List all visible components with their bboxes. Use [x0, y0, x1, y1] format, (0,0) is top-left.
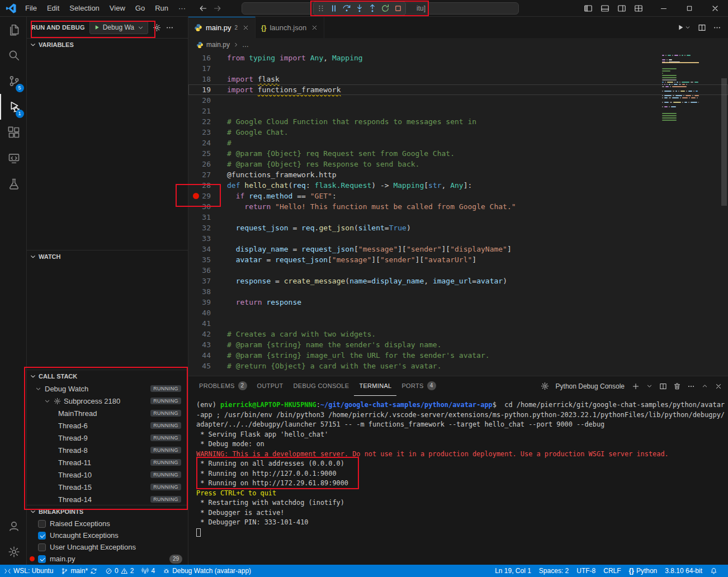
run-python-file-button[interactable] [677, 23, 691, 31]
checkbox[interactable] [38, 532, 46, 540]
gutter[interactable]: 44 [188, 350, 223, 361]
code-line-43[interactable]: 43# @param {string} name the sender's di… [188, 339, 728, 350]
new-terminal-icon[interactable] [632, 382, 640, 390]
gutter[interactable]: 28 [188, 180, 223, 191]
gutter[interactable]: 26 [188, 159, 223, 169]
code-line-34[interactable]: 34 display_name = request_json["message"… [188, 244, 728, 254]
close-panel-icon[interactable] [715, 382, 722, 390]
breakpoint-item-uncaught-exceptions[interactable]: Uncaught Exceptions [27, 529, 188, 541]
gutter[interactable]: 41 [188, 318, 223, 329]
activity-remote-explorer[interactable] [0, 145, 27, 171]
code-line-37[interactable]: 37 response = create_message(name=displa… [188, 276, 728, 286]
gutter[interactable]: 22 [188, 116, 223, 127]
code-line-26[interactable]: 26# @param {Object} res Response to send… [188, 159, 728, 169]
code-line-33[interactable]: 33 [188, 233, 728, 244]
variables-header[interactable]: VARIABLES [27, 39, 188, 51]
code-line-41[interactable]: 41 [188, 318, 728, 329]
python-interpreter[interactable]: 3.8.10 64-bit [661, 565, 706, 577]
callstack-item-thread-6[interactable]: Thread-6RUNNING [27, 419, 188, 432]
close-icon[interactable] [311, 24, 318, 31]
gutter[interactable]: 25 [188, 148, 223, 159]
nav-back-icon[interactable] [198, 4, 207, 13]
gutter[interactable]: 24 [188, 138, 223, 148]
code-line-21[interactable]: 21 [188, 106, 728, 116]
gutter[interactable]: 36 [188, 265, 223, 276]
activity-source-control[interactable]: 5 [0, 68, 27, 94]
window-minimize-button[interactable] [651, 0, 677, 17]
checkbox[interactable] [38, 555, 46, 563]
callstack-item-thread-11[interactable]: Thread-11RUNNING [27, 456, 188, 469]
toggle-sidebar-icon[interactable] [584, 4, 593, 13]
code-line-25[interactable]: 25# @param {Object} req Request sent fro… [188, 148, 728, 159]
toggle-panel-icon[interactable] [601, 4, 609, 13]
panel-tab-output[interactable]: OUTPUT [252, 376, 289, 396]
window-maximize-button[interactable] [677, 0, 702, 17]
stop-icon[interactable] [394, 4, 403, 13]
gutter[interactable]: 43 [188, 339, 223, 350]
menu-[interactable]: ··· [173, 2, 191, 15]
kill-terminal-icon[interactable] [673, 382, 681, 390]
window-close-button[interactable] [702, 0, 728, 17]
code-line-27[interactable]: 27@functions_framework.http [188, 169, 728, 180]
activity-settings[interactable] [0, 539, 27, 565]
breakpoint-dot[interactable] [193, 193, 199, 199]
gutter[interactable]: 31 [188, 212, 223, 223]
gutter[interactable]: 37 [188, 276, 223, 286]
terminal-name[interactable]: Python Debug Console [556, 382, 625, 390]
split-terminal-icon[interactable] [659, 382, 667, 390]
activity-search[interactable] [0, 42, 27, 68]
customize-layout-icon[interactable] [634, 4, 643, 13]
code-line-39[interactable]: 39 return response [188, 297, 728, 308]
breadcrumb[interactable]: main.py … [188, 38, 728, 51]
code-line-40[interactable]: 40 [188, 308, 728, 318]
tab-main-py[interactable]: main.py2 [188, 17, 256, 38]
checkbox[interactable] [38, 543, 46, 551]
activity-explorer[interactable] [0, 17, 27, 42]
code-line-20[interactable]: 20 [188, 95, 728, 106]
more-actions-icon[interactable] [713, 23, 721, 32]
debug-session-status[interactable]: Debug Watch (avatar-app) [159, 565, 255, 577]
gutter[interactable]: 42 [188, 329, 223, 339]
activity-extensions[interactable] [0, 120, 27, 145]
breadcrumb-symbol[interactable]: … [242, 41, 249, 49]
callstack-item-mainthread[interactable]: MainThreadRUNNING [27, 407, 188, 419]
gutter[interactable]: 23 [188, 127, 223, 138]
restart-icon[interactable] [381, 4, 390, 13]
gutter[interactable]: 33 [188, 233, 223, 244]
gutter[interactable]: 35 [188, 254, 223, 265]
problems-status[interactable]: 02 [101, 565, 138, 577]
code-line-42[interactable]: 42# Creates a card with two widgets. [188, 329, 728, 339]
panel-tab-problems[interactable]: PROBLEMS2 [194, 376, 252, 396]
gutter[interactable]: 29 [188, 191, 223, 201]
gutter[interactable]: 34 [188, 244, 223, 254]
code-line-22[interactable]: 22# Google Cloud Function that responds … [188, 116, 728, 127]
gutter[interactable]: 21 [188, 106, 223, 116]
breakpoint-item-raised-exceptions[interactable]: Raised Exceptions [27, 518, 188, 529]
callstack-item-thread-14[interactable]: Thread-14RUNNING [27, 493, 188, 505]
panel-tab-debug-console[interactable]: DEBUG CONSOLE [289, 376, 354, 396]
breakpoint-item-main-py[interactable]: main.py29 [27, 553, 188, 565]
code-line-23[interactable]: 23# Google Chat. [188, 127, 728, 138]
code-line-30[interactable]: 30 return "Hello! This function must be … [188, 201, 728, 212]
gutter[interactable]: 39 [188, 297, 223, 308]
menu-selection[interactable]: Selection [64, 2, 104, 15]
remote-indicator[interactable]: WSL: Ubuntu [0, 565, 57, 577]
callstack-item-thread-15[interactable]: Thread-15RUNNING [27, 481, 188, 493]
code-line-24[interactable]: 24# [188, 138, 728, 148]
code-line-17[interactable]: 17 [188, 63, 728, 74]
panel-tab-terminal[interactable]: TERMINAL [354, 376, 396, 396]
indentation[interactable]: Spaces: 2 [535, 565, 573, 577]
gutter[interactable]: 45 [188, 361, 223, 371]
gutter[interactable]: 16 [188, 53, 223, 63]
more-actions-icon[interactable] [687, 382, 695, 390]
activity-accounts[interactable] [0, 513, 27, 539]
menu-edit[interactable]: Edit [42, 2, 64, 15]
code-line-44[interactable]: 44# @param {string} image_url the URL fo… [188, 350, 728, 361]
eol[interactable]: CRLF [599, 565, 625, 577]
drag-handle-icon[interactable] [316, 4, 325, 13]
code-line-31[interactable]: 31 [188, 212, 728, 223]
gutter[interactable]: 20 [188, 95, 223, 106]
menu-file[interactable]: File [20, 2, 42, 15]
menu-view[interactable]: View [105, 2, 130, 15]
gutter[interactable]: 40 [188, 308, 223, 318]
